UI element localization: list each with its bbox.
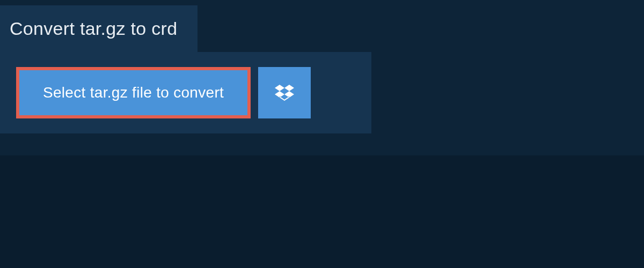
dropbox-icon bbox=[275, 83, 294, 102]
page-title: Convert tar.gz to crd bbox=[10, 18, 177, 39]
select-file-label: Select tar.gz file to convert bbox=[43, 84, 224, 101]
upload-panel: Select tar.gz file to convert bbox=[0, 52, 371, 133]
dropbox-button[interactable] bbox=[258, 67, 311, 118]
lower-region bbox=[0, 155, 644, 268]
select-file-button[interactable]: Select tar.gz file to convert bbox=[16, 67, 251, 118]
tab-header: Convert tar.gz to crd bbox=[0, 5, 197, 52]
